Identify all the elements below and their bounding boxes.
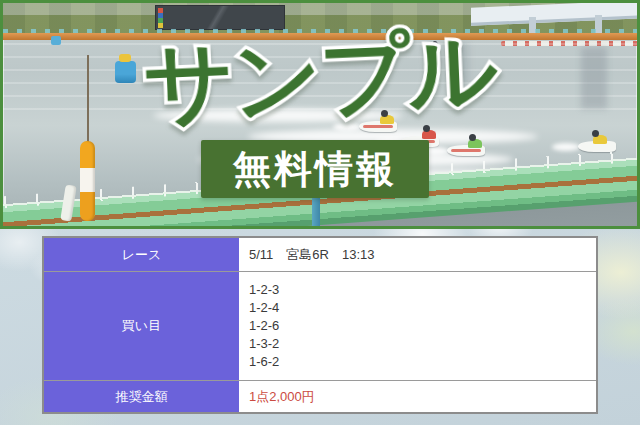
bet-combination: 1-6-2 <box>249 353 596 371</box>
teal-pole <box>312 193 320 229</box>
race-label: レース <box>44 238 239 271</box>
table-row-race: レース 5/11 宮島6R 13:13 <box>44 238 596 271</box>
page: サンプル 無料情報 レース 5/11 宮島6R 13:13 買い目 1-2-3 … <box>0 0 640 425</box>
amount-value-text: 1点2,000円 <box>249 388 596 406</box>
race-info-table: レース 5/11 宮島6R 13:13 買い目 1-2-3 1-2-4 1-2-… <box>42 236 598 414</box>
bet-combination: 1-2-6 <box>249 317 596 335</box>
bet-combination: 1-2-3 <box>249 281 596 299</box>
bet-combination: 1-3-2 <box>249 335 596 353</box>
race-boat <box>447 145 485 156</box>
amount-value: 1点2,000円 <box>239 381 596 412</box>
boat-racer <box>469 134 476 141</box>
table-row-bets: 買い目 1-2-3 1-2-4 1-2-6 1-3-2 1-6-2 <box>44 271 596 380</box>
free-info-badge: 無料情報 <box>201 140 429 198</box>
scoreboard <box>155 5 285 30</box>
start-pole <box>80 141 95 221</box>
race-value: 5/11 宮島6R 13:13 <box>239 238 596 271</box>
hero-banner: サンプル 無料情報 <box>0 0 640 229</box>
boat-racer <box>423 125 430 132</box>
bet-combination: 1-2-4 <box>249 299 596 317</box>
bets-label: 買い目 <box>44 272 239 380</box>
amount-label: 推奨金額 <box>44 381 239 412</box>
boat-stripe <box>363 125 393 128</box>
race-boat <box>578 141 608 152</box>
table-row-amount: 推奨金額 1点2,000円 <box>44 380 596 412</box>
scoreboard-lights <box>158 8 163 28</box>
bets-value: 1-2-3 1-2-4 1-2-6 1-3-2 1-6-2 <box>239 272 596 380</box>
boat-stripe <box>451 149 481 152</box>
race-value-text: 5/11 宮島6R 13:13 <box>249 246 596 264</box>
boat-racer <box>592 130 599 137</box>
